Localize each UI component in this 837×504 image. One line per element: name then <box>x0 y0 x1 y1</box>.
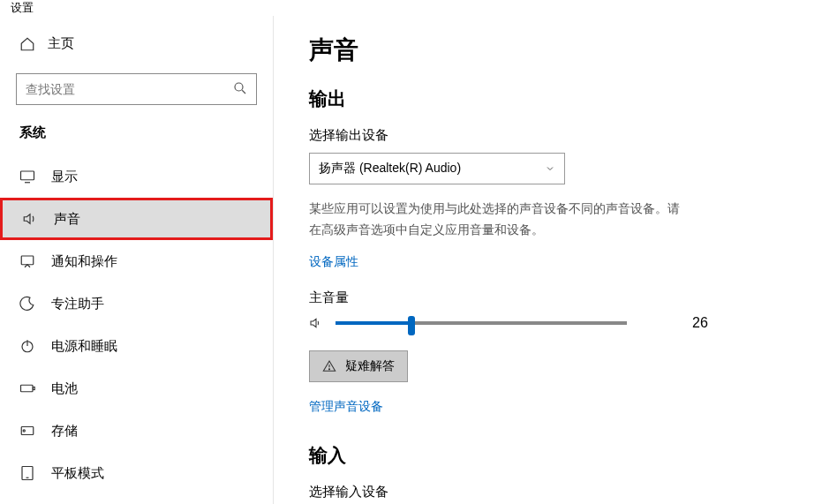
sidebar-item-power[interactable]: 电源和睡眠 <box>0 325 273 367</box>
svg-line-1 <box>242 90 245 94</box>
volume-label: 主音量 <box>309 290 802 306</box>
sidebar-item-label: 电池 <box>51 380 78 397</box>
sidebar-item-focus[interactable]: 专注助手 <box>0 282 273 325</box>
output-device-label: 选择输出设备 <box>309 127 802 144</box>
slider-fill <box>336 321 411 325</box>
home-label: 主页 <box>48 35 74 52</box>
home-link[interactable]: 主页 <box>0 26 273 61</box>
volume-row: 26 <box>309 315 802 331</box>
sidebar-item-sound[interactable]: 声音 <box>0 198 273 240</box>
sidebar-item-label: 平板模式 <box>51 465 104 482</box>
sidebar-item-notifications[interactable]: 通知和操作 <box>0 240 273 282</box>
svg-rect-4 <box>21 256 34 265</box>
volume-value: 26 <box>692 315 708 331</box>
page-title: 声音 <box>309 34 802 67</box>
output-hint-text: 某些应用可以设置为使用与此处选择的声音设备不同的声音设备。请在高级声音选项中自定… <box>309 199 680 241</box>
sidebar-item-storage[interactable]: 存储 <box>0 410 273 452</box>
sidebar-item-label: 电源和睡眠 <box>51 338 117 355</box>
display-icon <box>19 169 35 184</box>
sidebar-item-label: 存储 <box>51 423 78 440</box>
storage-icon <box>19 423 35 439</box>
tablet-icon <box>19 465 35 481</box>
sidebar: 主页 系统 显示 声音 通知和操作 <box>0 16 274 504</box>
svg-rect-2 <box>21 171 34 180</box>
troubleshoot-label: 疑难解答 <box>345 358 395 374</box>
sidebar-item-label: 声音 <box>54 211 80 228</box>
svg-rect-7 <box>21 385 34 392</box>
output-device-select[interactable]: 扬声器 (Realtek(R) Audio) <box>309 153 565 184</box>
device-properties-link[interactable]: 设备属性 <box>309 254 358 270</box>
slider-thumb[interactable] <box>408 316 415 335</box>
svg-point-14 <box>328 368 329 369</box>
sidebar-item-tablet[interactable]: 平板模式 <box>0 452 273 494</box>
search-icon <box>232 80 248 96</box>
main-content: 声音 输出 选择输出设备 扬声器 (Realtek(R) Audio) 某些应用… <box>274 16 837 504</box>
home-icon <box>19 36 35 52</box>
sound-icon <box>22 211 38 227</box>
search-input[interactable] <box>16 73 257 105</box>
speaker-icon <box>309 316 323 330</box>
volume-slider[interactable] <box>336 321 627 325</box>
sidebar-item-label: 通知和操作 <box>51 253 117 270</box>
input-device-label: 选择输入设备 <box>309 484 802 500</box>
search-container <box>16 73 257 105</box>
sidebar-item-display[interactable]: 显示 <box>0 155 273 198</box>
svg-rect-8 <box>34 387 35 390</box>
notification-icon <box>19 253 35 269</box>
troubleshoot-button[interactable]: 疑难解答 <box>309 350 408 382</box>
sidebar-item-label: 显示 <box>51 169 78 185</box>
manage-devices-link[interactable]: 管理声音设备 <box>309 399 383 415</box>
warning-icon <box>322 359 336 373</box>
focus-icon <box>19 296 35 312</box>
output-device-value: 扬声器 (Realtek(R) Audio) <box>319 161 461 177</box>
battery-icon <box>19 382 35 395</box>
category-label: 系统 <box>0 124 273 155</box>
svg-point-0 <box>235 83 243 91</box>
chevron-down-icon <box>545 163 555 174</box>
input-heading: 输入 <box>309 443 802 468</box>
output-heading: 输出 <box>309 87 802 111</box>
svg-point-10 <box>23 430 25 432</box>
window-titlebar: 设置 <box>0 0 837 16</box>
sidebar-item-battery[interactable]: 电池 <box>0 367 273 410</box>
sidebar-item-label: 专注助手 <box>51 296 104 312</box>
power-icon <box>19 338 35 354</box>
window-title: 设置 <box>11 0 34 16</box>
